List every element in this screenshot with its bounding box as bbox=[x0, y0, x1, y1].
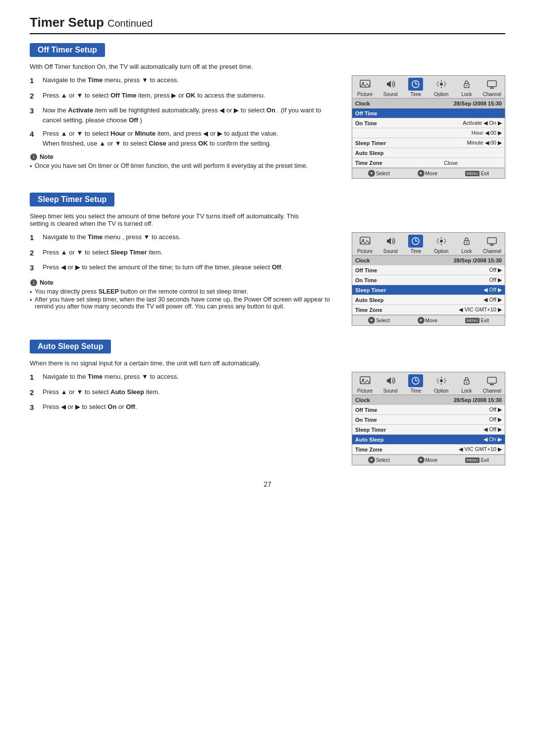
step: 1Navigate to the Time menu, press ▼ to a… bbox=[30, 75, 340, 87]
menu-icon-channel: Channel bbox=[480, 374, 505, 394]
svg-point-29 bbox=[466, 382, 467, 383]
menu-row: Auto Sleep bbox=[352, 148, 505, 158]
menu-icon-channel: Channel bbox=[480, 235, 505, 254]
menu-icon-sound: Sound bbox=[377, 78, 403, 97]
menu-icon-lock: Lock bbox=[454, 374, 479, 394]
step: 3Now the Activate item will be highlight… bbox=[30, 105, 340, 125]
svg-point-27 bbox=[440, 379, 443, 382]
menu-row: Clock28/Sep /2008 15:30 bbox=[352, 255, 505, 265]
menu-footer: ● Select● MoveMENU Exit bbox=[352, 315, 505, 325]
step: 3Press ◀ or ▶ to select On or Off. bbox=[30, 402, 340, 413]
step: 2Press ▲ or ▼ to select Off Time item, p… bbox=[30, 91, 340, 102]
svg-point-18 bbox=[466, 242, 467, 243]
menu-icon-picture: Picture bbox=[352, 235, 377, 254]
page-number: 27 bbox=[30, 480, 505, 488]
menu-row: On TimeOff ▶ bbox=[352, 275, 505, 285]
note-box-off-timer: NoteOnce you have set On timer or Off ti… bbox=[30, 153, 340, 169]
tv-menu-sleep-timer: PictureSoundTimeOptionLockChannelClock28… bbox=[352, 232, 505, 326]
menu-row: Clock28/Sep /2008 15:30 bbox=[352, 99, 505, 108]
menu-icon-time: Time bbox=[403, 235, 428, 254]
note-item: You may directly press SLEEP button on t… bbox=[30, 288, 340, 295]
section-sleep-timer: Sleep Timer SetupSleep timer lets you se… bbox=[30, 193, 505, 326]
menu-row: Sleep TimerMinute ◀ 00 ▶ bbox=[352, 138, 505, 148]
menu-footer: ● Select● MoveMENU Exit bbox=[352, 168, 505, 178]
menu-row: Sleep Timer◀ Off ▶ bbox=[352, 425, 505, 435]
svg-point-7 bbox=[466, 85, 467, 86]
step: 4Press ▲ or ▼ to select Hour or Minute i… bbox=[30, 129, 340, 148]
section-heading-off-timer: Off Timer Setup bbox=[30, 43, 105, 57]
menu-icon-option: Option bbox=[428, 374, 454, 394]
svg-point-23 bbox=[362, 379, 364, 381]
step: 2Press ▲ or ▼ to select Auto Sleep item. bbox=[30, 387, 340, 399]
step: 1Navigate to the Time menu, press ▼ to a… bbox=[30, 372, 340, 383]
menu-icon-lock: Lock bbox=[454, 235, 479, 254]
menu-icon-sound: Sound bbox=[377, 374, 403, 394]
tv-menu-auto-sleep: PictureSoundTimeOptionLockChannelClock28… bbox=[352, 372, 505, 465]
menu-icon-option: Option bbox=[428, 78, 454, 97]
menu-icon-picture: Picture bbox=[352, 78, 377, 97]
section-intro-off-timer: With Off Timer function On, the TV will … bbox=[30, 63, 307, 70]
svg-point-12 bbox=[362, 239, 364, 241]
menu-icon-sound: Sound bbox=[377, 235, 403, 254]
note-item: Once you have set On timer or Off timer … bbox=[30, 162, 340, 169]
section-off-timer: Off Timer SetupWith Off Timer function O… bbox=[30, 43, 505, 179]
section-heading-auto-sleep: Auto Sleep Setup bbox=[30, 340, 111, 353]
step: 2Press ▲ or ▼ to select Sleep Timer item… bbox=[30, 248, 340, 259]
menu-row: Time Zone◀ VIC GMT+10 ▶ bbox=[352, 305, 505, 315]
page-title: Timer Setup Continued bbox=[30, 15, 505, 34]
menu-row: Clock28/Sep /2008 15:30 bbox=[352, 395, 505, 405]
note-box-sleep-timer: NoteYou may directly press SLEEP button … bbox=[30, 279, 340, 310]
section-heading-sleep-timer: Sleep Timer Setup bbox=[30, 193, 114, 206]
menu-row: Off Time bbox=[352, 108, 505, 118]
svg-point-5 bbox=[440, 83, 443, 86]
svg-rect-19 bbox=[487, 238, 496, 244]
menu-row: Time ZoneClose bbox=[352, 158, 505, 168]
svg-point-16 bbox=[440, 240, 443, 243]
svg-point-1 bbox=[362, 82, 364, 84]
menu-row: On TimeOff ▶ bbox=[352, 415, 505, 425]
section-intro-auto-sleep: When there is no signal input for a cert… bbox=[30, 359, 307, 367]
svg-rect-30 bbox=[487, 377, 496, 383]
section-intro-sleep-timer: Sleep timer lets you select the amount o… bbox=[30, 212, 307, 227]
menu-row: Time Zone◀ VIC GMT+10 ▶ bbox=[352, 445, 505, 454]
menu-row: Auto Sleep◀ Off ▶ bbox=[352, 295, 505, 305]
menu-row: On TimeActivate ◀ On ▶ bbox=[352, 118, 505, 128]
menu-row: Off TimeOff ▶ bbox=[352, 265, 505, 275]
menu-icon-lock: Lock bbox=[454, 78, 479, 97]
step: 3Press ◀ or ▶ to select the amount of th… bbox=[30, 262, 340, 274]
menu-icon-picture: Picture bbox=[352, 374, 377, 394]
menu-icon-channel: Channel bbox=[480, 78, 505, 97]
menu-icon-time: Time bbox=[403, 78, 428, 97]
menu-row: Hour ◀ 00 ▶ bbox=[352, 128, 505, 138]
tv-menu-off-timer: PictureSoundTimeOptionLockChannelClock28… bbox=[352, 75, 505, 179]
menu-row: Sleep Timer◀ Off ▶ bbox=[352, 285, 505, 295]
menu-row: Auto Sleep◀ On ▶ bbox=[352, 435, 505, 445]
menu-footer: ● Select● MoveMENU Exit bbox=[352, 454, 505, 465]
svg-rect-8 bbox=[487, 81, 496, 87]
menu-row: Off TimeOff ▶ bbox=[352, 405, 505, 415]
menu-icon-option: Option bbox=[428, 235, 454, 254]
section-auto-sleep: Auto Sleep SetupWhen there is no signal … bbox=[30, 340, 505, 465]
menu-icon-time: Time bbox=[403, 374, 428, 394]
note-item: After you have set sleep timer, when the… bbox=[30, 296, 340, 310]
step: 1Navigate to the Time menu , press ▼ to … bbox=[30, 232, 340, 244]
